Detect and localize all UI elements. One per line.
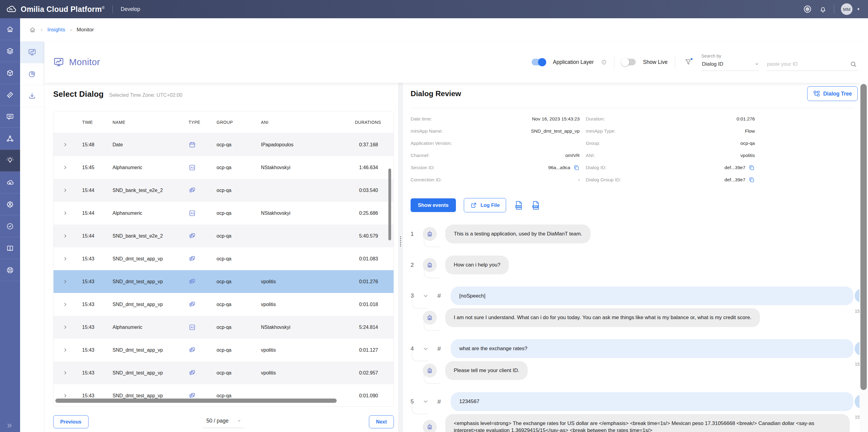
search-by-select[interactable]: Dialog ID	[701, 60, 759, 71]
hash-icon: #	[437, 398, 451, 405]
chevron-down-icon[interactable]	[423, 399, 437, 404]
expand-row-button[interactable]	[63, 165, 82, 170]
row-name: Alphanumeric	[113, 211, 189, 216]
sidebar-item-objects[interactable]	[0, 62, 20, 84]
settings-star-icon[interactable]	[803, 5, 812, 14]
table-row[interactable]: 15:43SND_dmt_test_app_vpocp-qavpolitis0:…	[54, 339, 394, 362]
json-file-icon[interactable]: JSON	[514, 200, 523, 211]
conversation-turn: 4 # what are the exchange rates? 15:43 P…	[411, 339, 854, 380]
sidebar-item-design[interactable]	[0, 84, 20, 106]
bot-avatar	[423, 364, 437, 377]
sidebar-item-layers[interactable]	[0, 40, 20, 62]
sidebar-item-conversations[interactable]	[0, 106, 20, 128]
application-layer-toggle[interactable]	[532, 59, 546, 65]
copy-icon[interactable]	[748, 177, 755, 183]
expand-row-button[interactable]	[63, 188, 82, 193]
table-row[interactable]: 15:44SND_bank_test_e2e_2ocp-qa0:03.540	[54, 179, 394, 202]
dialog-icon	[189, 392, 196, 399]
expand-row-button[interactable]	[63, 325, 82, 330]
expand-row-button[interactable]	[63, 142, 82, 147]
search-input[interactable]: paste your ID	[767, 59, 858, 71]
external-link-icon	[470, 202, 477, 209]
sidebar-item-user-settings[interactable]	[0, 193, 20, 215]
rtf-file-icon[interactable]: RTF	[531, 200, 540, 211]
table-row[interactable]: 15:48Dateocp-qaIPapadopoulos0:37.168	[54, 133, 394, 156]
subbar-item-monitor[interactable]	[20, 41, 44, 63]
expand-sidebar-icon[interactable]	[6, 422, 13, 429]
select-dialog-heading: Select Dialog	[53, 89, 104, 99]
expand-row-button[interactable]	[63, 279, 82, 284]
row-duration: 0:25.686	[320, 211, 378, 216]
chevron-down-icon[interactable]	[423, 346, 437, 352]
search-icon[interactable]	[850, 61, 857, 68]
show-events-button[interactable]: Show events	[411, 198, 456, 212]
expand-row-button[interactable]	[63, 211, 82, 216]
expand-row-button[interactable]	[63, 256, 82, 261]
expand-row-button[interactable]	[63, 370, 82, 375]
dialog-tree-button[interactable]: Dialog Tree	[807, 86, 858, 101]
table-row[interactable]: 15:43SND_dmt_test_app_vpocp-qavpolitis0:…	[54, 293, 394, 316]
meta-field: Group:ocp-qa	[586, 137, 755, 149]
row-duration: 5:40.579	[320, 233, 378, 239]
row-group: ocp-qa	[217, 211, 261, 216]
sidebar-item-docs[interactable]	[0, 237, 20, 259]
drag-handle-icon[interactable]	[400, 236, 401, 246]
log-file-button[interactable]: Log File	[464, 198, 506, 212]
panel-resize-divider[interactable]	[398, 83, 403, 432]
expand-row-button[interactable]	[63, 233, 82, 239]
table-row[interactable]: 15:44AlphanumericA1ocp-qaNStakhovskyi0:2…	[54, 202, 394, 224]
table-row[interactable]: 15:45AlphanumericA1ocp-qaNStakhovskyi1:4…	[54, 156, 394, 179]
table-row[interactable]: 15:44SND_bank_test_e2e_2ocp-qa5:40.579	[54, 224, 394, 247]
table-row[interactable]: 15:43SND_dmt_test_app_vpocp-qavpolitis0:…	[54, 270, 394, 293]
row-time: 15:43	[82, 279, 113, 284]
review-scrollbar-track[interactable]	[860, 83, 868, 432]
breadcrumb-insights[interactable]: Insights	[48, 27, 65, 33]
page-size-select[interactable]: 50 / page	[203, 416, 245, 428]
table-row[interactable]: 15:43SND_dmt_test_app_vpocp-qa0:01.083	[54, 247, 394, 270]
column-header-ani[interactable]: ANI	[261, 120, 320, 125]
sidebar-item-home[interactable]	[0, 18, 20, 40]
sidebar-item-support[interactable]	[0, 259, 20, 281]
expand-row-button[interactable]	[63, 302, 82, 307]
column-header-duration[interactable]: DURATION	[320, 120, 378, 125]
chevron-down-icon[interactable]: ▼	[857, 7, 860, 11]
column-header-s[interactable]: S	[378, 120, 390, 125]
column-header-time[interactable]: TIME	[82, 120, 113, 125]
bot-message-bubble: <emphasis level=strong> The exchange rat…	[445, 414, 850, 432]
subbar-item-reports[interactable]	[20, 63, 44, 85]
next-button[interactable]: Next	[369, 415, 394, 428]
column-header-type[interactable]: TYPE	[189, 120, 217, 125]
sidebar-item-network[interactable]	[0, 128, 20, 150]
sidebar-item-insights[interactable]	[0, 150, 20, 172]
user-avatar-badge[interactable]: MM	[841, 3, 852, 15]
copy-icon[interactable]	[573, 164, 580, 171]
sidebar-item-quality[interactable]	[0, 215, 20, 237]
calendar-icon	[189, 141, 196, 149]
column-header-name[interactable]: NAME	[113, 120, 189, 125]
layers-icon	[6, 47, 14, 55]
table-vertical-scrollbar[interactable]	[389, 168, 391, 240]
cube-icon	[6, 69, 14, 77]
review-scrollbar-thumb[interactable]	[860, 84, 867, 390]
chevron-down-icon[interactable]	[423, 293, 437, 299]
previous-button[interactable]: Previous	[53, 415, 89, 428]
table-row[interactable]: 15:43AlphanumericA1ocp-qaNStakhovskyi5:2…	[54, 316, 394, 339]
table-row[interactable]: 15:43SND_dmt_test_app_vpocp-qavpolitis0:…	[54, 362, 394, 384]
expand-row-button[interactable]	[63, 393, 82, 398]
bell-icon[interactable]	[819, 5, 827, 13]
alphanumeric-icon: A1	[189, 324, 196, 331]
alphanumeric-icon: A1	[189, 210, 196, 217]
show-live-toggle[interactable]	[622, 59, 636, 65]
column-header-group[interactable]: GROUP	[217, 120, 261, 125]
expand-row-button[interactable]	[63, 347, 82, 352]
sidebar-item-cloud[interactable]	[0, 172, 20, 193]
filter-icon[interactable]	[684, 58, 692, 66]
book-icon	[6, 244, 14, 252]
table-row[interactable]: 15:43SND_dmt_test_app_vpocp-qa0:01.090	[54, 384, 394, 407]
table-horizontal-scrollbar[interactable]	[55, 399, 337, 403]
copy-icon[interactable]	[748, 164, 755, 171]
info-icon[interactable]	[601, 59, 607, 65]
brand: Omilia Cloud Platform®	[5, 4, 104, 14]
home-icon[interactable]	[29, 27, 36, 33]
subbar-item-exports[interactable]	[20, 85, 44, 107]
